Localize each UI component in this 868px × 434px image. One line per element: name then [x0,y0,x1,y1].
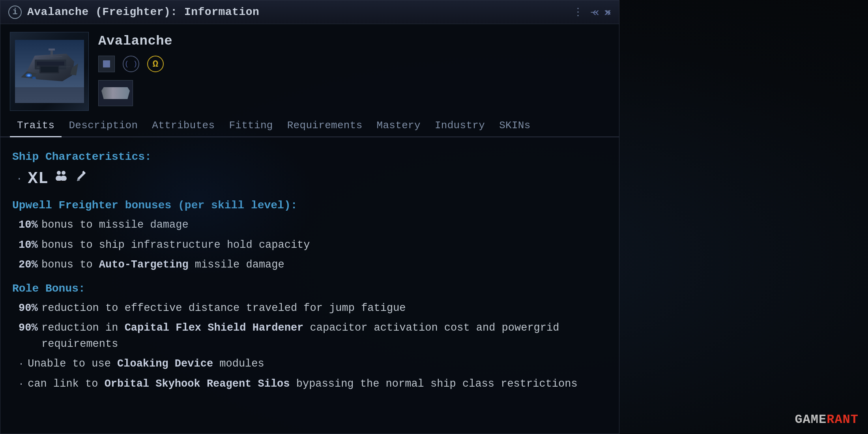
ship-image-container [10,32,89,111]
upwell-bonus-header: Upwell Freighter bonuses (per skill leve… [12,199,607,211]
bonus-item-2: 10% bonus to ship infrastructure hold ca… [12,237,607,253]
bullet-item-1: · Unable to use Cloaking Device modules [12,356,607,372]
bullet-2: · [19,378,24,391]
tab-mastery[interactable]: Mastery [370,115,428,137]
title-bar: i Avalanche (Freighter): Information ⋮ —… [0,0,619,24]
role-value-1: 90% [19,300,38,316]
tab-skins[interactable]: SKINs [492,115,538,137]
bullet-char: · [16,173,22,185]
omega-icon[interactable]: Ω [147,56,164,72]
svg-rect-16 [103,60,110,67]
menu-button[interactable]: ⋮ [573,6,583,19]
tab-industry[interactable]: Industry [428,115,492,137]
svg-rect-1 [15,87,84,103]
svg-point-9 [32,77,36,79]
bonus-item-1: 10% bonus to missile damage [12,217,607,233]
back-arrow[interactable]: « [592,6,599,19]
crew-icon [54,170,68,188]
svg-point-17 [57,171,61,175]
svg-point-20 [60,176,67,181]
ship-circle-icon[interactable]: ( ) [123,56,139,72]
svg-point-8 [27,75,30,77]
ship-svg [15,40,84,103]
fitting-icon [74,170,87,187]
nav-arrows: « » [592,6,611,19]
svg-rect-10 [51,50,53,57]
role-bonus-section: Role Bonus: 90% reduction to effective d… [12,282,607,392]
bullet-text-2: can link to Orbital Skyhook Reagent Silo… [28,376,577,392]
bonus-text-1: bonus to missile damage [41,217,189,233]
tab-requirements[interactable]: Requirements [280,115,370,137]
tab-bar: Traits Description Attributes Fitting Re… [0,115,619,137]
bonus-text-3: bonus to Auto-Targeting missile damage [41,257,284,273]
crew-svg [54,170,68,184]
ship-type-icon[interactable] [98,56,115,72]
role-bonus-header: Role Bonus: [12,282,607,295]
tab-description[interactable]: Description [62,115,145,137]
ship-thumbnail-image [101,87,130,99]
role-text-2: reduction in Capital Flex Shield Hardene… [41,320,607,352]
cloaking-device-label: Cloaking Device [117,358,213,370]
role-item-1: 90% reduction to effective distance trav… [12,300,607,316]
info-window: i Avalanche (Freighter): Information ⋮ —… [0,0,619,434]
tab-fitting[interactable]: Fitting [222,115,280,137]
watermark-rant: RANT [827,412,859,427]
role-value-2: 90% [19,320,38,336]
watermark-game: GAME [795,412,827,427]
svg-rect-4 [37,62,64,65]
pencil-svg [74,170,87,183]
bonus-value-1: 10% [19,217,38,233]
ship-info: Avalanche ( ) Ω [98,32,610,111]
characteristics-row: · XL [12,169,607,188]
auto-targeting-label: Auto-Targeting [99,259,189,271]
ship-name: Avalanche [98,34,610,49]
ship-thumbnail[interactable] [98,80,133,106]
tab-traits[interactable]: Traits [10,115,62,137]
ship-characteristics-header: Ship Characteristics: [12,151,607,163]
bullet-1: · [19,358,24,371]
svg-rect-11 [49,49,55,51]
bonus-item-3: 20% bonus to Auto-Targeting missile dama… [12,257,607,273]
bonus-text-2: bonus to ship infrastructure hold capaci… [41,237,310,253]
capital-flex-label: Capital Flex Shield Hardener [125,322,304,334]
window-title: Avalanche (Freighter): Information [27,6,573,18]
svg-point-18 [62,171,65,175]
ship-icons-row: ( ) Ω [98,56,610,72]
tab-attributes[interactable]: Attributes [145,115,222,137]
bonus-value-3: 20% [19,257,38,273]
role-item-2: 90% reduction in Capital Flex Shield Har… [12,320,607,352]
forward-arrow[interactable]: » [604,6,611,19]
info-icon: i [8,6,22,19]
role-text-1: reduction to effective distance traveled… [41,300,406,316]
orbital-skyhook-label: Orbital Skyhook Reagent Silos [105,378,290,390]
svg-rect-15 [41,67,58,72]
content-top: Avalanche ( ) Ω [0,24,619,115]
bullet-text-1: Unable to use Cloaking Device modules [28,356,264,372]
main-content: Ship Characteristics: · XL [0,147,619,409]
bullet-item-2: · can link to Orbital Skyhook Reagent Si… [12,376,607,392]
bonus-value-2: 10% [19,237,38,253]
square-icon [102,60,111,68]
upwell-bonus-section: Upwell Freighter bonuses (per skill leve… [12,199,607,273]
ship-image [10,32,88,110]
svg-rect-21 [56,181,66,183]
watermark: GAMERANT [795,412,859,427]
size-label: XL [28,169,49,188]
